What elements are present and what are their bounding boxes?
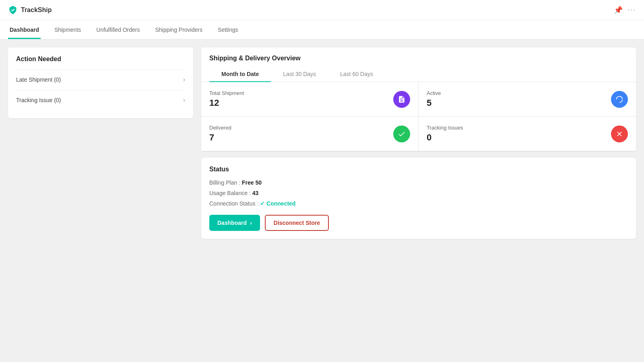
connection-status-value: ✓Connected <box>260 200 295 207</box>
billing-plan-value: Free 50 <box>242 179 262 186</box>
stat-active-value: 5 <box>427 98 441 108</box>
status-buttons: Dashboard › Disconnect Store <box>209 215 628 231</box>
usage-balance-label: Usage Balance : <box>209 190 252 196</box>
tab-last-60-days[interactable]: Last 60 Days <box>328 67 385 82</box>
stat-tracking-issues-label: Tracking Issues <box>427 125 463 131</box>
connection-status-label: Connection Status : <box>209 200 260 207</box>
main-nav: Dashboard Shipments Unfulfilled Orders S… <box>0 20 644 39</box>
tracking-issue-item[interactable]: Tracking Issue (0) › <box>16 90 185 110</box>
tab-month-to-date[interactable]: Month to Date <box>209 67 271 82</box>
stat-delivered-value: 7 <box>209 132 231 143</box>
late-shipment-label: Late Shipment (0) <box>16 76 61 83</box>
status-title: Status <box>209 166 628 173</box>
connected-check-icon: ✓ <box>260 200 265 207</box>
chevron-right-icon-2: › <box>183 97 185 104</box>
overview-title: Shipping & Delivery Overview <box>201 47 636 62</box>
main-content: Action Needed Late Shipment (0) › Tracki… <box>0 39 644 247</box>
stat-total-shipment-label: Total Shipment <box>209 90 244 96</box>
billing-plan-row: Billing Plan : Free 50 <box>209 179 628 186</box>
nav-item-shipments[interactable]: Shipments <box>53 27 83 39</box>
billing-plan-label: Billing Plan : <box>209 179 242 186</box>
status-panel: Status Billing Plan : Free 50 Usage Bala… <box>201 158 636 239</box>
overview-panel: Shipping & Delivery Overview Month to Da… <box>201 47 636 151</box>
tracking-issue-label: Tracking Issue (0) <box>16 97 61 103</box>
nav-item-shipping-providers[interactable]: Shipping Providers <box>153 27 204 39</box>
stat-tracking-issues-value: 0 <box>427 132 463 143</box>
dashboard-button[interactable]: Dashboard › <box>209 215 260 231</box>
app-name: TrackShip <box>21 6 52 14</box>
app-header: TrackShip 📌 ··· <box>0 0 644 20</box>
stat-delivered-icon <box>393 125 410 142</box>
pin-icon: 📌 <box>614 6 623 14</box>
logo-icon <box>8 5 18 15</box>
usage-balance-row: Usage Balance : 43 <box>209 190 628 196</box>
arrow-right-icon: › <box>250 220 252 226</box>
stat-delivered: Delivered 7 <box>201 117 419 151</box>
stat-delivered-label: Delivered <box>209 125 231 131</box>
action-needed-title: Action Needed <box>16 56 185 63</box>
nav-item-dashboard[interactable]: Dashboard <box>8 27 41 39</box>
header-actions: 📌 ··· <box>614 6 636 14</box>
stat-active-info: Active 5 <box>427 90 441 108</box>
late-shipment-item[interactable]: Late Shipment (0) › <box>16 69 185 90</box>
stat-tracking-issues: Tracking Issues 0 <box>419 117 636 151</box>
stat-delivered-info: Delivered 7 <box>209 125 231 143</box>
stat-active: Active 5 <box>419 82 636 117</box>
stat-total-shipment: Total Shipment 12 <box>201 82 419 117</box>
nav-item-settings[interactable]: Settings <box>216 27 240 39</box>
chevron-right-icon: › <box>183 76 185 83</box>
nav-item-unfulfilled-orders[interactable]: Unfulfilled Orders <box>95 27 141 39</box>
stats-grid: Total Shipment 12 Active 5 <box>201 82 636 151</box>
stat-active-label: Active <box>427 90 441 96</box>
stat-total-shipment-icon <box>393 91 410 108</box>
stat-tracking-issues-info: Tracking Issues 0 <box>427 125 463 143</box>
action-needed-panel: Action Needed Late Shipment (0) › Tracki… <box>8 47 193 118</box>
right-panel: Shipping & Delivery Overview Month to Da… <box>201 47 636 239</box>
disconnect-store-button[interactable]: Disconnect Store <box>265 215 329 231</box>
stat-tracking-issues-icon <box>611 125 628 142</box>
stat-total-shipment-info: Total Shipment 12 <box>209 90 244 108</box>
overview-tabs: Month to Date Last 30 Days Last 60 Days <box>201 67 636 82</box>
tab-last-30-days[interactable]: Last 30 Days <box>271 67 328 82</box>
connection-status-row: Connection Status : ✓Connected <box>209 200 628 207</box>
stat-active-icon <box>611 91 628 108</box>
stat-total-shipment-value: 12 <box>209 98 244 108</box>
usage-balance-value: 43 <box>252 190 259 196</box>
logo: TrackShip <box>8 5 52 15</box>
more-options-icon[interactable]: ··· <box>627 6 636 14</box>
